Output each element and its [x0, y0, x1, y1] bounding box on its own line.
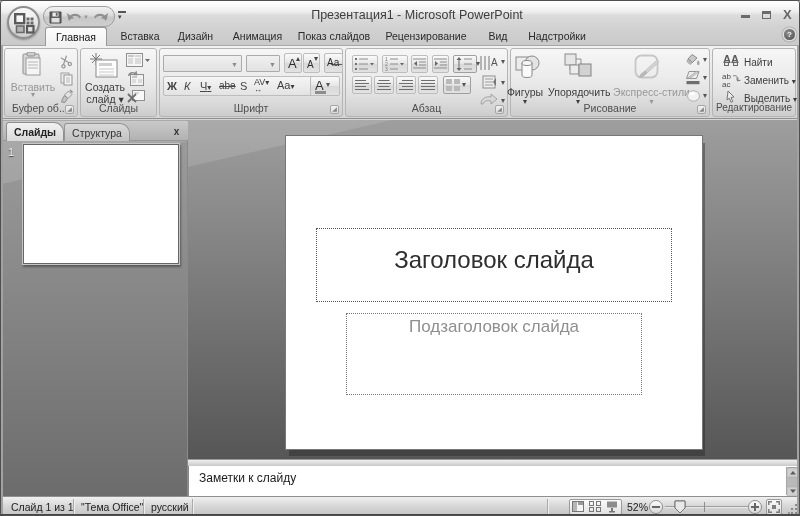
svg-text:A: A [491, 57, 498, 68]
svg-text:3: 3 [385, 66, 388, 71]
svg-text:ac: ac [722, 80, 730, 87]
